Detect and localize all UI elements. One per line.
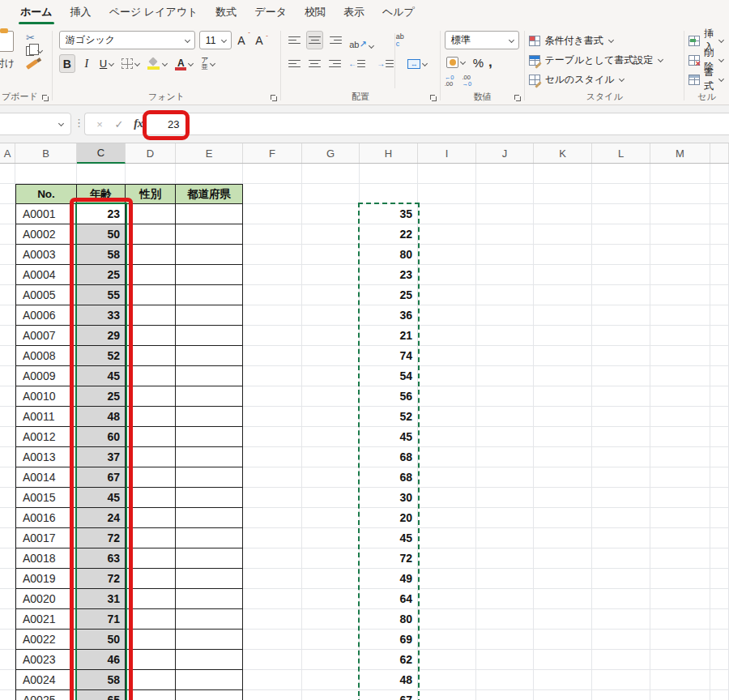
cell-H8[interactable]: 36 (360, 305, 418, 326)
cell-N20[interactable] (710, 548, 729, 569)
cell-B12[interactable]: A0010 (15, 386, 77, 407)
cell-L20[interactable] (592, 548, 650, 569)
orientation-button[interactable]: ab ↗ (347, 31, 376, 49)
cell-F15[interactable] (243, 447, 302, 467)
cell-M13[interactable] (650, 407, 710, 427)
cell-B5[interactable]: A0003 (15, 245, 77, 265)
dialog-launcher-icon[interactable] (514, 94, 522, 102)
cell-B3[interactable]: A0001 (15, 204, 77, 224)
cell-M25[interactable] (650, 650, 710, 670)
align-left-button[interactable] (286, 54, 302, 73)
column-header-F[interactable]: F (243, 143, 302, 163)
cell-K17[interactable] (534, 488, 592, 508)
cell-D22[interactable] (126, 589, 176, 609)
cell-K21[interactable] (534, 569, 592, 589)
cell-F27[interactable] (243, 690, 302, 700)
cell-D23[interactable] (126, 609, 176, 630)
format-painter-icon[interactable] (26, 59, 38, 70)
cell-E10[interactable] (176, 346, 243, 366)
cell-L24[interactable] (592, 630, 650, 650)
cell-I2[interactable] (418, 184, 476, 204)
cell-A25[interactable] (0, 650, 15, 670)
cell-F21[interactable] (243, 569, 302, 589)
cell-K16[interactable] (534, 467, 592, 488)
paste-button[interactable]: 付け (0, 31, 21, 70)
cell-M19[interactable] (650, 528, 710, 548)
cell-B21[interactable]: A0019 (15, 569, 77, 589)
align-middle-button[interactable] (306, 31, 323, 49)
enter-icon[interactable]: ✓ (109, 118, 129, 130)
font-color-button[interactable]: A (173, 54, 196, 73)
cell-D12[interactable] (126, 386, 176, 407)
cell-J16[interactable] (476, 467, 534, 488)
cell-A15[interactable] (0, 447, 15, 467)
cell-H13[interactable]: 52 (360, 407, 418, 427)
cell-F1[interactable] (243, 164, 302, 184)
cell-B4[interactable]: A0002 (15, 224, 77, 245)
cell-I16[interactable] (418, 467, 476, 488)
tab-校閲[interactable]: 校閲 (296, 0, 335, 27)
cell-G7[interactable] (302, 285, 360, 305)
name-box[interactable] (0, 113, 71, 135)
cell-B23[interactable]: A0021 (15, 609, 77, 630)
cell-N1[interactable] (710, 164, 729, 184)
cell-I5[interactable] (418, 245, 476, 265)
cell-M20[interactable] (650, 548, 710, 569)
cell-H2[interactable] (360, 184, 418, 204)
cell-C24[interactable]: 50 (77, 630, 126, 650)
cell-E23[interactable] (176, 609, 243, 630)
cell-G24[interactable] (302, 630, 360, 650)
cell-G27[interactable] (302, 690, 360, 700)
cell-M12[interactable] (650, 386, 710, 407)
tab-ヘルプ[interactable]: ヘルプ (373, 0, 424, 27)
cell-G5[interactable] (302, 245, 360, 265)
cell-L3[interactable] (592, 204, 650, 224)
cell-I21[interactable] (418, 569, 476, 589)
cell-J21[interactable] (476, 569, 534, 589)
chevron-down-icon[interactable] (36, 48, 44, 54)
cell-N10[interactable] (710, 346, 729, 366)
cell-E7[interactable] (176, 285, 243, 305)
cell-J6[interactable] (476, 265, 534, 285)
cell-C20[interactable]: 63 (77, 548, 126, 569)
cell-J24[interactable] (476, 630, 534, 650)
cell-B15[interactable]: A0013 (15, 447, 77, 467)
cell-I10[interactable] (418, 346, 476, 366)
cell-J25[interactable] (476, 650, 534, 670)
cell-H15[interactable]: 68 (360, 447, 418, 467)
cell-K10[interactable] (534, 346, 592, 366)
cell-K23[interactable] (534, 609, 592, 630)
cell-H19[interactable]: 45 (360, 528, 418, 548)
cell-E20[interactable] (176, 548, 243, 569)
cell-F17[interactable] (243, 488, 302, 508)
dialog-launcher-icon[interactable] (41, 94, 49, 102)
cell-K26[interactable] (534, 670, 592, 690)
cell-G16[interactable] (302, 467, 360, 488)
cell-B16[interactable]: A0014 (15, 467, 77, 488)
cell-F6[interactable] (243, 265, 302, 285)
cell-G6[interactable] (302, 265, 360, 285)
dialog-launcher-icon[interactable] (270, 94, 278, 102)
cell-H24[interactable]: 69 (360, 630, 418, 650)
cell-D9[interactable] (126, 326, 176, 346)
tab-ページ レイアウト[interactable]: ページ レイアウト (100, 0, 207, 27)
cell-I9[interactable] (418, 326, 476, 346)
cell-B13[interactable]: A0011 (15, 407, 77, 427)
cell-H10[interactable]: 74 (360, 346, 418, 366)
cell-G23[interactable] (302, 609, 360, 630)
cell-N2[interactable] (710, 184, 729, 204)
cell-H4[interactable]: 22 (360, 224, 418, 245)
font-name-select[interactable]: 游ゴシック (59, 31, 195, 49)
format-as-table-button[interactable]: テーブルとして書式設定 (526, 50, 682, 70)
cell-H25[interactable]: 62 (360, 650, 418, 670)
cell-H26[interactable]: 48 (360, 670, 418, 690)
cell-I25[interactable] (418, 650, 476, 670)
cell-J27[interactable] (476, 690, 534, 700)
cell-H21[interactable]: 49 (360, 569, 418, 589)
cell-L21[interactable] (592, 569, 650, 589)
cell-E5[interactable] (176, 245, 243, 265)
cell-E19[interactable] (176, 528, 243, 548)
cell-C22[interactable]: 31 (77, 589, 126, 609)
cell-B20[interactable]: A0018 (15, 548, 77, 569)
cell-D11[interactable] (126, 366, 176, 386)
